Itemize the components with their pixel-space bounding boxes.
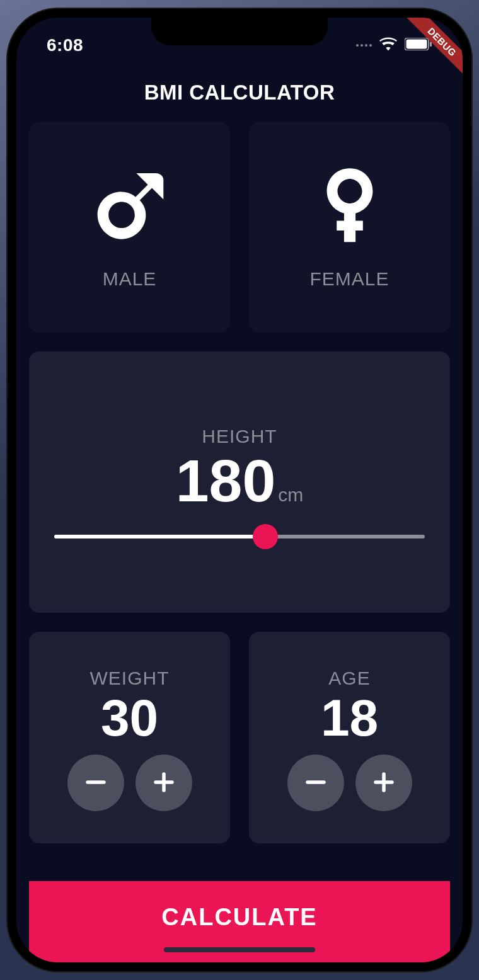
home-indicator[interactable] <box>164 947 315 952</box>
plus-icon <box>151 769 177 797</box>
slider-track <box>54 535 425 538</box>
status-icons <box>356 37 432 54</box>
height-slider[interactable] <box>29 515 450 538</box>
svg-rect-1 <box>407 40 427 49</box>
stepper-row: WEIGHT 30 AGE 18 <box>29 632 450 843</box>
height-value: 180 <box>176 451 276 511</box>
battery-icon <box>405 38 432 53</box>
minus-icon <box>83 769 109 797</box>
wifi-icon <box>379 37 397 54</box>
height-label: HEIGHT <box>202 426 277 447</box>
phone-frame: DEBUG 6:08 BMI CALCULATOR <box>8 9 471 971</box>
status-time: 6:08 <box>47 35 83 55</box>
minus-icon <box>303 769 329 797</box>
age-controls <box>287 755 412 811</box>
slider-thumb[interactable] <box>253 524 278 549</box>
male-card[interactable]: MALE <box>29 122 230 333</box>
male-label: MALE <box>103 268 157 290</box>
age-decrement-button[interactable] <box>287 755 344 811</box>
age-value: 18 <box>321 692 378 744</box>
signal-dots-icon <box>356 44 372 47</box>
age-label: AGE <box>328 668 370 689</box>
svg-rect-2 <box>430 42 432 47</box>
weight-decrement-button[interactable] <box>67 755 124 811</box>
weight-card: WEIGHT 30 <box>29 632 230 843</box>
age-card: AGE 18 <box>249 632 450 843</box>
height-value-row: 180 cm <box>176 451 304 511</box>
gender-row: MALE FEMALE <box>29 122 450 333</box>
plus-icon <box>371 769 397 797</box>
screen: DEBUG 6:08 BMI CALCULATOR <box>16 18 463 962</box>
height-card: HEIGHT 180 cm <box>29 351 450 613</box>
weight-increment-button[interactable] <box>136 755 192 811</box>
height-unit: cm <box>278 484 303 506</box>
weight-value: 30 <box>101 692 158 744</box>
main-content: MALE FEMALE HEIGHT 180 cm <box>16 122 463 962</box>
notch <box>151 18 328 45</box>
weight-label: WEIGHT <box>90 668 170 689</box>
female-icon <box>309 165 391 249</box>
female-card[interactable]: FEMALE <box>249 122 450 333</box>
female-label: FEMALE <box>309 268 389 290</box>
slider-fill <box>54 535 265 538</box>
male-icon <box>89 165 171 249</box>
app-title: BMI CALCULATOR <box>16 62 463 122</box>
age-increment-button[interactable] <box>355 755 412 811</box>
weight-controls <box>67 755 192 811</box>
